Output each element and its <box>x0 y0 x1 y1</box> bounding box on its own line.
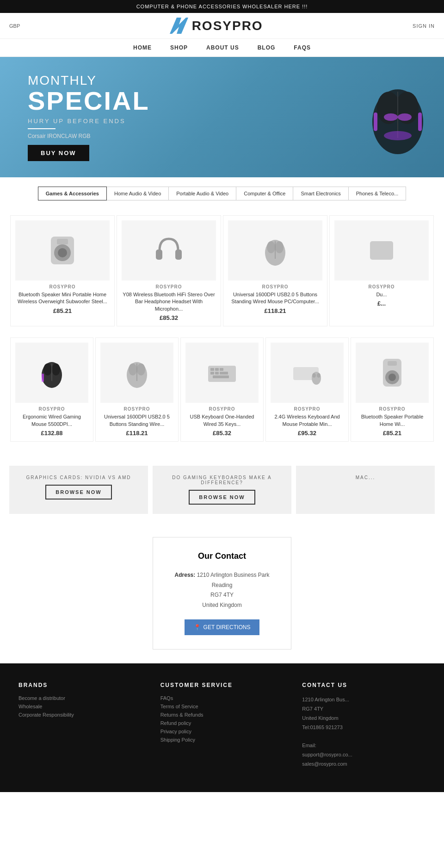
product-card[interactable]: ROSYPRO Bluetooth Speaker Mini Portable … <box>10 215 115 326</box>
product-image <box>15 343 88 403</box>
product-name: Y08 Wireless Bluetooth HiFi Stereo Over … <box>122 291 216 312</box>
speaker-icon-2 <box>374 354 411 391</box>
nav-about[interactable]: ABOUT US <box>206 44 239 51</box>
svg-point-12 <box>58 248 67 257</box>
footer-link[interactable]: Shipping Policy <box>160 737 284 743</box>
contact-section: Our Contact Adress: 1210 Arlington Busin… <box>0 523 444 663</box>
product-image <box>122 220 216 281</box>
blog-browse-btn-1[interactable]: BROWSE NOW <box>189 490 255 505</box>
hero-buy-button[interactable]: BUY NOW <box>28 145 89 161</box>
nav-blog[interactable]: BLOG <box>258 44 276 51</box>
nav-shop[interactable]: SHOP <box>170 44 188 51</box>
nav-faqs[interactable]: FAQS <box>294 44 311 51</box>
product-brand: ROSYPRO <box>15 284 110 289</box>
product-card[interactable]: ROSYPRO USB Keyboard One-Handed Wired 35… <box>180 337 264 442</box>
product-name: 2.4G Wireless Keyboard And Mouse Protabl… <box>271 413 344 428</box>
svg-point-27 <box>129 363 137 375</box>
blog-browse-btn-0[interactable]: BROWSE NOW <box>45 485 111 500</box>
product-card[interactable]: ROSYPRO Bluetooth Speaker Portable Home … <box>351 337 434 442</box>
blog-section: GRAPHICS CARDS: NVIDIA VS AMD BROWSE NOW… <box>0 456 444 523</box>
product-price: £118.21 <box>100 430 173 437</box>
product-brand: ROSYPRO <box>334 284 429 289</box>
svg-point-5 <box>384 113 398 121</box>
cat-tab-games[interactable]: Games & Accessories <box>38 187 107 200</box>
svg-point-41 <box>317 373 321 378</box>
footer-link[interactable]: Privacy policy <box>160 729 284 734</box>
product-brand: ROSYPRO <box>185 406 259 412</box>
svg-rect-25 <box>42 374 44 382</box>
product-name: Bluetooth Speaker Portable Home Wi... <box>356 413 429 428</box>
gaming-mouse-icon <box>33 354 70 391</box>
footer-link[interactable]: FAQs <box>160 695 284 701</box>
product-card[interactable]: ROSYPRO Universal 1600DPI USB2.0 5 Butto… <box>95 337 179 442</box>
svg-point-44 <box>388 374 396 381</box>
product-image <box>15 220 110 281</box>
svg-rect-37 <box>213 375 229 378</box>
hero-mouse-image <box>352 71 444 163</box>
product-brand: ROSYPRO <box>356 406 429 412</box>
cat-tab-home-audio[interactable]: Home Audio & Video <box>107 187 169 200</box>
keyboard-icon <box>204 354 240 391</box>
mouse-icon <box>257 232 294 269</box>
header: GBP ROSYPRO SIGN IN <box>0 13 444 39</box>
svg-point-40 <box>312 373 316 378</box>
footer-link[interactable]: Terms of Service <box>160 704 284 709</box>
footer-link[interactable]: Become a distributor <box>18 695 142 701</box>
product-card[interactable]: ROSYPRO Universal 1600DPI USB2.0 5 Butto… <box>223 215 327 326</box>
address-label: Adress: <box>175 572 196 578</box>
directions-button[interactable]: 📍 GET DIRECTIONS <box>185 619 260 635</box>
cat-tab-portable[interactable]: Portable Audio & Video <box>169 187 236 200</box>
main-nav: HOME SHOP ABOUT US BLOG FAQS <box>0 39 444 57</box>
footer-link[interactable]: Returns & Refunds <box>160 712 284 718</box>
product-name: Ergonomic Wired Gaming Mouse 5500DPI... <box>15 413 88 428</box>
svg-point-7 <box>384 131 412 140</box>
svg-point-17 <box>267 241 275 253</box>
product-name: Bluetooth Speaker Mini Portable Home Wir… <box>15 291 110 306</box>
speaker-icon <box>44 232 81 269</box>
product-image <box>356 343 429 403</box>
svg-rect-9 <box>418 112 422 131</box>
wireless-kb-icon <box>289 354 326 391</box>
svg-rect-8 <box>374 112 377 131</box>
svg-point-22 <box>43 363 52 375</box>
hero-subtitle: HURY UP BEFORE ENDS <box>28 118 150 125</box>
logo-link[interactable]: ROSYPRO <box>170 18 263 34</box>
footer-link[interactable]: Wholesale <box>18 704 142 709</box>
hero-divider <box>28 128 56 129</box>
svg-rect-15 <box>175 250 182 260</box>
footer-brands-title: BRANDS <box>18 682 142 688</box>
product-card[interactable]: ROSYPRO Du... £... <box>329 215 434 326</box>
top-banner-text: COMPUTER & PHONE ACCESSORIES WHOLESALER … <box>136 4 308 9</box>
product-card[interactable]: ROSYPRO Y08 Wireless Bluetooth HiFi Ster… <box>117 215 221 326</box>
product-brand: ROSYPRO <box>100 406 173 412</box>
footer: BRANDS Become a distributor Wholesale Co… <box>0 663 444 792</box>
headphone-icon <box>150 232 187 269</box>
top-banner: COMPUTER & PHONE ACCESSORIES WHOLESALER … <box>0 0 444 13</box>
sign-in-link[interactable]: SIGN IN <box>413 23 435 29</box>
svg-rect-36 <box>220 372 228 375</box>
blog-banner-title-0: GRAPHICS CARDS: NVIDIA VS AMD <box>18 475 139 480</box>
pin-icon: 📍 <box>194 624 201 631</box>
nav-home[interactable]: HOME <box>133 44 152 51</box>
hero-special: SPECIAL <box>28 88 150 114</box>
product-brand: ROSYPRO <box>122 284 216 289</box>
cat-tab-smart[interactable]: Smart Electronics <box>293 187 348 200</box>
product-name: Du... <box>334 291 429 298</box>
product-brand: ROSYPRO <box>15 406 88 412</box>
footer-service-title: CUSTOMER SERVICE <box>160 682 284 688</box>
cat-tab-phones[interactable]: Phones & Teleco... <box>349 187 407 200</box>
product-image <box>271 343 344 403</box>
footer-contact-title: CONTACT US <box>302 682 426 688</box>
svg-rect-14 <box>156 250 162 260</box>
product-price: £95.32 <box>271 430 344 437</box>
footer-link[interactable]: Refund policy <box>160 720 284 726</box>
blog-banner-title-1: DO GAMING KEYBOARDS MAKE A DIFFERENCE? <box>162 475 282 485</box>
address-text: 1210 Arlington Business ParkReadingRG7 4… <box>197 572 270 608</box>
cat-tab-computer[interactable]: Computer & Office <box>236 187 293 200</box>
footer-contact-address: 1210 Arlington Bus...RG7 4TYUnited Kingd… <box>302 695 426 768</box>
logo-text: ROSYPRO <box>192 19 263 33</box>
product-card[interactable]: ROSYPRO 2.4G Wireless Keyboard And Mouse… <box>265 337 349 442</box>
product-price: £118.21 <box>228 307 322 314</box>
footer-link[interactable]: Corporate Responsibility <box>18 712 142 718</box>
product-card[interactable]: ROSYPRO Ergonomic Wired Gaming Mouse 550… <box>10 337 93 442</box>
